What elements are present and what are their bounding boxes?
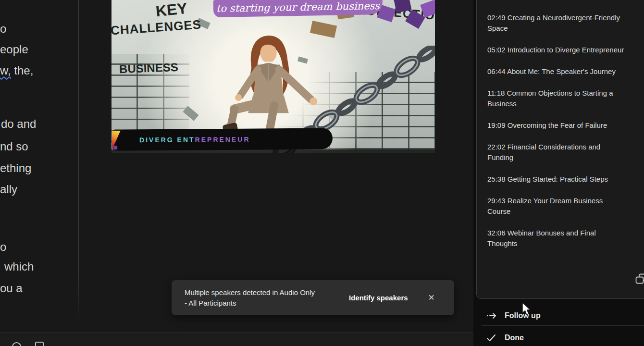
chapter-title: Common Objections to Starting a Business [487, 89, 613, 108]
thumbnail-bottom-shade [111, 149, 435, 153]
transcript-text: the, [11, 64, 34, 77]
chapter-time: 05:02 [487, 46, 506, 54]
record-circle-icon[interactable] [12, 342, 21, 346]
video-thumbnail[interactable]: KEY CHALLENGES BUSINESS OBJECTIONS to st… [111, 0, 435, 153]
chapter-title: Getting Started: Practical Steps [508, 175, 608, 183]
chapter-time: 19:09 [487, 121, 506, 129]
transcript-line[interactable]: do and [1, 117, 36, 131]
transcript-line[interactable]: w, the, [0, 64, 33, 77]
chapter-item[interactable]: 11:18 Common Objections to Starting a Bu… [487, 88, 626, 109]
chapter-title: Introduction to Diverge Entrepreneur [508, 46, 624, 54]
chapter-title: Overcoming the Fear of Failure [508, 121, 607, 129]
chapter-item[interactable]: 29:43 Realize Your Dream Business Course [487, 196, 626, 217]
transcript-text: nd so [0, 140, 28, 153]
chapter-time: 32:06 [487, 229, 506, 237]
chapter-item[interactable]: 25:38 Getting Started: Practical Steps [487, 174, 626, 185]
chapter-title: Creating a Neurodivergent-Friendly Space [487, 13, 620, 32]
chapter-item[interactable]: 02:49 Creating a Neurodivergent-Friendly… [487, 12, 626, 34]
chapter-item[interactable]: 22:02 Financial Considerations and Fundi… [487, 142, 626, 163]
diverge-entrepreneur-logo: DIVERG ENTREPRENEUR [112, 128, 333, 150]
speakers-toast: Multiple speakers detected in Audio Only… [172, 280, 454, 315]
toast-message: Multiple speakers detected in Audio Only… [185, 287, 343, 309]
copy-icon[interactable] [635, 273, 644, 285]
transcript-text: which [4, 260, 34, 273]
transcript-panel: o eople w, the, do and nd so ething ally… [0, 0, 78, 333]
chapter-time: 22:02 [487, 143, 506, 151]
transcript-text: o [0, 22, 6, 35]
chapter-time: 29:43 [487, 197, 506, 205]
chapter-item[interactable]: 06:44 About Me: The Speaker's Journey [487, 66, 626, 77]
wall-label-business: BUSINESS [119, 61, 179, 76]
transcript-line[interactable]: nd so [0, 140, 28, 153]
transcript-divider [78, 0, 79, 320]
follow-up-arrow-icon [486, 312, 497, 319]
transcript-text: do and [1, 117, 36, 130]
bottom-toolbar [0, 333, 473, 346]
chapter-item[interactable]: 32:06 Webinar Bonuses and Final Thoughts [487, 228, 626, 249]
transcript-line[interactable]: eople [0, 43, 28, 56]
transcript-text: ally [0, 183, 17, 196]
transcript-flagged-word: w, [0, 64, 11, 77]
meeting-recap-app: o eople w, the, do and nd so ething ally… [0, 0, 644, 346]
chapter-time: 11:18 [487, 89, 505, 97]
transcript-text: o [0, 240, 6, 253]
mouse-cursor [521, 303, 531, 317]
toast-message-line2: - All Participants [185, 298, 343, 309]
menu-item-done[interactable]: Done [476, 330, 644, 346]
transcript-line[interactable]: ally [0, 183, 17, 196]
close-icon[interactable]: ✕ [428, 293, 435, 303]
chapter-time: 02:49 [487, 13, 506, 22]
menu-item-follow-up[interactable]: Follow up [476, 308, 644, 324]
identify-speakers-button[interactable]: Identify speakers [349, 294, 408, 302]
toast-message-line1: Multiple speakers detected in Audio Only [185, 287, 343, 298]
transcript-line[interactable]: ou a [0, 282, 23, 295]
transcript-text: eople [0, 43, 28, 56]
logo-text-part1: DIVERG ENT [139, 136, 195, 144]
transcript-text: ething [0, 161, 31, 174]
chapter-time: 06:44 [487, 67, 506, 75]
thumbnail-banner: to starting your dream business [213, 0, 383, 17]
banner-text: to starting your dream business [216, 0, 380, 14]
chapters-panel: 02:49 Creating a Neurodivergent-Friendly… [476, 0, 644, 299]
logo-text-part2: REPRENEUR [195, 136, 250, 144]
transcript-line[interactable]: o [0, 22, 6, 36]
stop-square-icon[interactable] [35, 342, 44, 346]
transcript-line[interactable]: ething [0, 161, 31, 175]
transcript-line[interactable]: which [4, 260, 34, 273]
chapter-title: About Me: The Speaker's Journey [507, 67, 616, 75]
menu-item-label: Done [505, 334, 524, 342]
wall-label-key: KEY [155, 0, 188, 20]
chapter-item[interactable]: 05:02 Introduction to Diverge Entreprene… [487, 45, 626, 55]
transcript-line[interactable]: o [0, 240, 6, 254]
check-icon [486, 334, 497, 342]
chapter-item[interactable]: 19:09 Overcoming the Fear of Failure [487, 120, 626, 131]
transcript-text: ou a [0, 282, 23, 295]
menu-divider [482, 325, 644, 326]
chapter-time: 25:38 [487, 175, 506, 183]
